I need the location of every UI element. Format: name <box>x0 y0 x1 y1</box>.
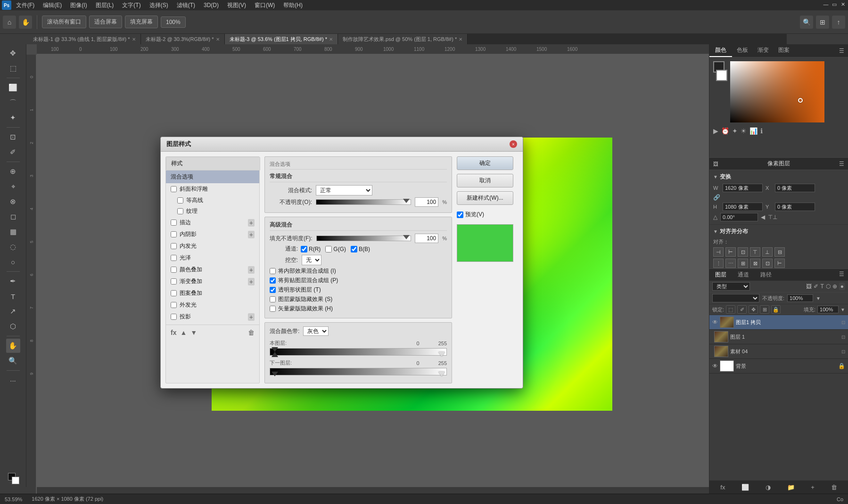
lock-all[interactable]: 🔒 <box>771 305 781 314</box>
gradient-tool[interactable]: ▦ <box>6 225 20 239</box>
menu-text[interactable]: 文字(T) <box>118 0 144 10</box>
inner-shadow-plus[interactable]: + <box>248 231 255 238</box>
hand-tool[interactable]: ✋ <box>6 339 20 353</box>
style-item-contour[interactable]: 等高线 <box>166 195 259 206</box>
fill-arrow[interactable]: ▼ <box>840 307 845 312</box>
color-panel-menu-icon[interactable]: ☰ <box>839 48 844 54</box>
color-gradient-picker[interactable] <box>730 61 824 122</box>
align-center-btn[interactable]: ⊢ <box>725 247 736 257</box>
shape-tool[interactable]: ⬡ <box>6 319 20 333</box>
maximize-button[interactable]: ▭ <box>831 1 838 8</box>
layer-item-3[interactable]: 👁 背景 🔒 <box>709 359 848 374</box>
menu-select[interactable]: 选择(S) <box>146 0 172 10</box>
minimize-button[interactable]: — <box>823 1 829 8</box>
lock-position[interactable]: ✥ <box>749 305 758 314</box>
patterns-tab[interactable]: 图案 <box>774 44 794 57</box>
distribute-4-btn[interactable]: ⊠ <box>750 259 760 268</box>
channel-r-checkbox[interactable] <box>301 246 307 252</box>
layer-new-btn[interactable]: + <box>811 484 815 491</box>
option-2-checkbox[interactable] <box>270 287 276 293</box>
distribute-5-btn[interactable]: ⊡ <box>762 259 773 268</box>
healing-tool[interactable]: ⊕ <box>6 164 20 179</box>
layer-icon-5[interactable]: ⊕ <box>832 283 837 290</box>
transform-expand-icon[interactable]: ▼ <box>713 174 718 179</box>
home-icon[interactable]: ⌂ <box>3 16 16 29</box>
scroll-all-windows-button[interactable]: 滚动所有窗口 <box>42 16 86 28</box>
zoom-tool[interactable]: 🔍 <box>6 354 20 368</box>
align-bottom-btn[interactable]: ⊟ <box>774 247 785 257</box>
layer-item-0[interactable]: 👁 图层1 拷贝 ⊡ <box>709 315 848 330</box>
layer-group-btn[interactable]: 📁 <box>787 484 795 491</box>
x-input[interactable] <box>775 184 815 192</box>
link-icon[interactable]: 🔗 <box>713 194 720 201</box>
tab-4-close[interactable]: ✕ <box>459 37 462 42</box>
hand-tool-icon[interactable]: ✋ <box>19 16 32 29</box>
menu-help[interactable]: 帮助(H) <box>280 0 306 10</box>
layer-icon-3[interactable]: T <box>820 283 823 290</box>
next-layer-white-thumb[interactable] <box>438 372 445 376</box>
option-0-checkbox[interactable] <box>270 268 276 274</box>
color-overlay-checkbox[interactable] <box>171 267 177 273</box>
option-1-checkbox[interactable] <box>270 277 276 284</box>
align-left-btn[interactable]: ⊣ <box>713 247 724 257</box>
style-down-btn[interactable]: ▼ <box>190 329 197 336</box>
magic-wand-tool[interactable]: ✦ <box>6 111 20 125</box>
search-icon[interactable]: 🔍 <box>800 16 813 29</box>
marquee-tool[interactable]: ⬜ <box>6 81 20 95</box>
height-input[interactable] <box>723 203 763 211</box>
arrange-icon[interactable]: ⊞ <box>816 16 829 29</box>
new-style-button[interactable]: 新建样式(W)... <box>457 191 513 205</box>
layer-adj-btn[interactable]: ◑ <box>766 484 771 491</box>
layer-fx-btn[interactable]: fx <box>720 484 725 491</box>
angle-input[interactable] <box>720 213 758 221</box>
opacity-slider-track[interactable] <box>316 199 411 205</box>
distribute-6-btn[interactable]: ⊢ <box>774 259 785 268</box>
share-icon[interactable]: ↑ <box>832 16 845 29</box>
gradient-overlay-checkbox[interactable] <box>171 278 177 285</box>
style-delete-btn[interactable]: 🗑 <box>248 329 255 336</box>
channel-b[interactable]: B(B) <box>351 246 370 252</box>
extra-tools[interactable]: ··· <box>6 373 20 387</box>
layer-icon-1[interactable]: 🖼 <box>806 283 812 290</box>
lasso-tool[interactable]: ⌒ <box>6 96 20 110</box>
color-overlay-plus[interactable]: + <box>248 266 255 274</box>
confirm-button[interactable]: 确定 <box>457 156 513 170</box>
tab-2[interactable]: 未标题-2 @ 30.3%(RGB/8#) * ✕ <box>141 34 225 44</box>
channels-tab[interactable]: 通道 <box>732 269 755 281</box>
preview-checkbox[interactable] <box>457 211 463 218</box>
dodge-tool[interactable]: ○ <box>6 255 20 269</box>
style-item-drop-shadow[interactable]: 投影 + <box>166 311 259 323</box>
move-tool[interactable]: ✥ <box>6 46 20 60</box>
align-right-btn[interactable]: ⊡ <box>738 247 748 257</box>
panel-icon-2[interactable]: ⏰ <box>721 127 729 135</box>
text-tool[interactable]: T <box>6 289 20 303</box>
layer-item-2[interactable]: 素材 04 ⊡ <box>709 344 848 359</box>
inner-shadow-checkbox[interactable] <box>171 231 177 237</box>
pen-tool[interactable]: ✒ <box>6 274 20 288</box>
lock-image-pixels[interactable]: ✐ <box>737 305 747 314</box>
option-2-label[interactable]: 透明形状图层 (T) <box>270 286 321 294</box>
drop-shadow-checkbox[interactable] <box>171 314 177 320</box>
distribute-1-btn[interactable]: ⋮ <box>713 259 724 268</box>
option-3-checkbox[interactable] <box>270 296 276 302</box>
align-middle-btn[interactable]: ⊥ <box>762 247 773 257</box>
foreground-color[interactable] <box>6 471 20 485</box>
option-0-label[interactable]: 将内部效果混合成组 (I) <box>270 267 336 275</box>
style-item-blend-options[interactable]: 混合选项 <box>166 171 259 183</box>
this-layer-white-thumb[interactable] <box>438 352 445 357</box>
opacity-slider-thumb[interactable] <box>403 199 410 203</box>
menu-view[interactable]: 视图(V) <box>223 0 250 10</box>
menu-image[interactable]: 图像(I) <box>66 0 91 10</box>
menu-file[interactable]: 文件(F) <box>12 0 38 10</box>
drop-shadow-plus[interactable]: + <box>248 313 255 321</box>
artboard-tool[interactable]: ⬚ <box>6 61 20 75</box>
style-item-stroke[interactable]: 描边 + <box>166 217 259 228</box>
zoom-level-display[interactable]: 100% <box>161 16 186 28</box>
knockout-select[interactable]: 无 浅 深 <box>302 255 321 265</box>
fill-slider-track[interactable] <box>316 236 412 241</box>
option-4-checkbox[interactable] <box>270 306 276 312</box>
menu-edit[interactable]: 编辑(E) <box>39 0 66 10</box>
swatches-tab[interactable]: 色板 <box>732 44 753 57</box>
inner-glow-checkbox[interactable] <box>171 243 177 249</box>
opacity-arrow[interactable]: ▼ <box>816 296 821 301</box>
